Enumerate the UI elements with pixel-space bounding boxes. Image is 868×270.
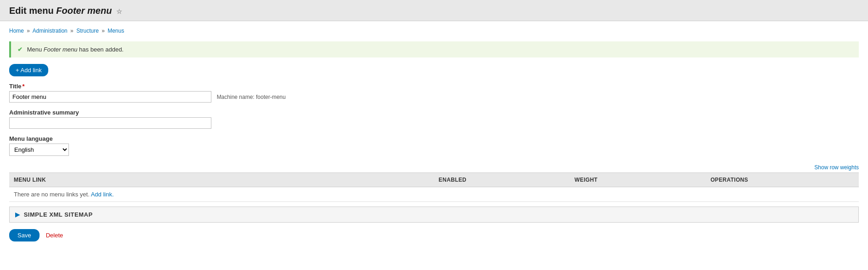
admin-summary-field-group: Administrative summary	[9, 109, 859, 129]
xml-sitemap-label: SIMPLE XML SITEMAP	[24, 211, 93, 218]
title-label: Title*	[9, 83, 859, 90]
title-input[interactable]	[9, 91, 211, 103]
admin-summary-input[interactable]	[9, 117, 211, 129]
breadcrumb-home[interactable]: Home	[9, 28, 24, 34]
page-title: Edit menu Footer menu ☆	[9, 6, 859, 16]
empty-row: There are no menu links yet. Add link.	[9, 187, 859, 202]
menu-table-header-row: MENU LINK ENABLED WEIGHT OPERATIONS	[9, 173, 859, 187]
menu-table-head: MENU LINK ENABLED WEIGHT OPERATIONS	[9, 173, 859, 187]
xml-sitemap-header[interactable]: ▶ SIMPLE XML SITEMAP	[10, 207, 858, 222]
breadcrumb: Home » Administration » Structure » Menu…	[9, 26, 859, 36]
empty-message: There are no menu links yet. Add link.	[9, 187, 859, 202]
save-button[interactable]: Save	[9, 229, 40, 241]
add-link-inline[interactable]: Add link.	[91, 191, 114, 198]
xml-sitemap-arrow-icon: ▶	[15, 211, 20, 218]
col-header-menu-link: MENU LINK	[9, 173, 434, 187]
page-header: Edit menu Footer menu ☆	[0, 0, 868, 21]
content-area: Home » Administration » Structure » Menu…	[0, 21, 868, 251]
status-message: ✔ Menu Footer menu has been added.	[9, 41, 859, 57]
add-link-button[interactable]: + Add link	[9, 64, 48, 76]
required-indicator: *	[23, 83, 25, 90]
col-header-operations: OPERATIONS	[706, 173, 859, 187]
col-header-enabled: ENABLED	[434, 173, 570, 187]
xml-sitemap-section: ▶ SIMPLE XML SITEMAP	[9, 207, 859, 223]
menu-language-label: Menu language	[9, 135, 859, 142]
breadcrumb-administration[interactable]: Administration	[33, 28, 68, 34]
delete-link[interactable]: Delete	[46, 232, 63, 239]
menu-table-body: There are no menu links yet. Add link.	[9, 187, 859, 202]
breadcrumb-menus[interactable]: Menus	[108, 28, 124, 34]
status-text-suffix: has been added.	[79, 46, 124, 53]
menu-language-select[interactable]: English French German Spanish	[9, 144, 69, 156]
menu-link-table: MENU LINK ENABLED WEIGHT OPERATIONS Ther…	[9, 172, 859, 202]
machine-name-label: Machine name: footer-menu	[217, 94, 286, 100]
breadcrumb-structure[interactable]: Structure	[76, 28, 99, 34]
status-menu-name: Footer menu	[44, 46, 78, 53]
admin-summary-label: Administrative summary	[9, 109, 859, 116]
col-header-weight: WEIGHT	[570, 173, 706, 187]
menu-language-field-group: Menu language English French German Span…	[9, 135, 859, 156]
show-row-weights-container: Show row weights	[9, 162, 859, 172]
page-title-prefix: Edit menu	[9, 6, 54, 16]
title-field-group: Title* Machine name: footer-menu	[9, 83, 859, 103]
show-row-weights-link[interactable]: Show row weights	[814, 164, 859, 171]
status-text-prefix: Menu	[27, 46, 42, 53]
check-icon: ✔	[17, 46, 23, 53]
page-title-name: Footer menu	[56, 6, 112, 16]
favorite-icon[interactable]: ☆	[116, 8, 122, 15]
form-actions: Save Delete	[9, 229, 859, 241]
